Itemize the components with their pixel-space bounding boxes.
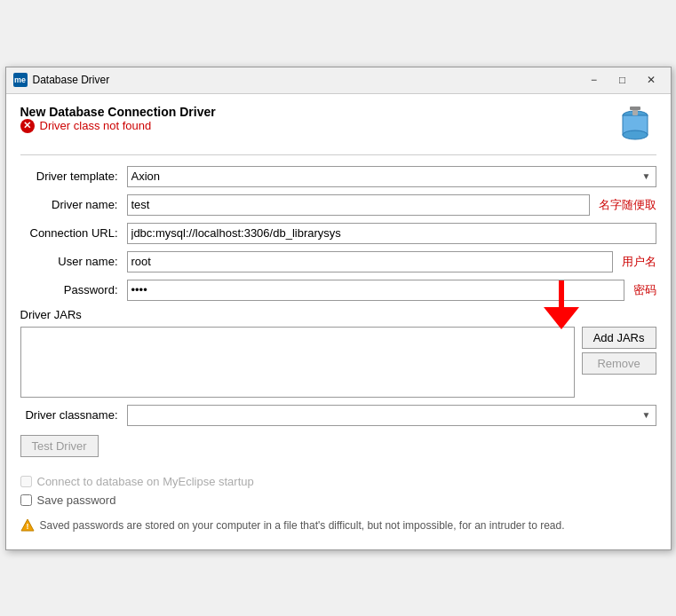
window-title: Database Driver xyxy=(33,74,582,86)
svg-rect-4 xyxy=(630,107,640,110)
error-row: ✕ Driver class not found xyxy=(20,119,216,133)
driver-name-input[interactable] xyxy=(127,194,590,216)
user-name-row: User name: 用户名 xyxy=(20,251,656,272)
close-button[interactable]: ✕ xyxy=(639,71,664,89)
dialog-title-section: New Database Connection Driver ✕ Driver … xyxy=(20,105,216,144)
password-annotation: 密码 xyxy=(633,282,656,298)
dialog-title: New Database Connection Driver xyxy=(20,105,216,119)
dialog-content: New Database Connection Driver ✕ Driver … xyxy=(6,94,671,549)
svg-point-2 xyxy=(623,130,648,139)
test-driver-button[interactable]: Test Driver xyxy=(20,435,99,457)
maximize-button[interactable]: □ xyxy=(610,71,635,89)
remove-button[interactable]: Remove xyxy=(582,352,656,375)
driver-classname-select[interactable] xyxy=(127,405,656,426)
connection-url-label: Connection URL: xyxy=(20,226,127,240)
warning-text: Saved passwords are stored on your compu… xyxy=(40,517,565,533)
connect-startup-checkbox[interactable] xyxy=(20,476,32,487)
user-name-label: User name: xyxy=(20,255,127,268)
window-controls: − □ ✕ xyxy=(582,71,664,89)
driver-template-select[interactable]: Axion xyxy=(127,166,656,187)
driver-template-row: Driver template: Axion ▼ xyxy=(20,166,656,187)
driver-template-label: Driver template: xyxy=(20,170,127,183)
driver-classname-select-wrapper: ▼ xyxy=(127,405,656,426)
test-driver-section: Test Driver xyxy=(20,435,656,466)
save-password-label: Save password xyxy=(37,494,116,507)
titlebar: me Database Driver − □ ✕ xyxy=(6,67,671,94)
arrow-annotation xyxy=(539,280,584,329)
connect-startup-row: Connect to database on MyEclipse startup xyxy=(20,475,656,488)
connect-startup-label: Connect to database on MyEclipse startup xyxy=(37,475,254,488)
dialog-header: New Database Connection Driver ✕ Driver … xyxy=(20,105,656,147)
jars-row: Add JARs Remove xyxy=(20,327,656,398)
connection-url-input[interactable] xyxy=(127,223,656,244)
jars-list[interactable] xyxy=(20,327,575,398)
error-text: Driver class not found xyxy=(40,119,152,132)
jars-buttons: Add JARs Remove xyxy=(582,327,656,375)
driver-name-annotation: 名字随便取 xyxy=(599,197,656,213)
warning-row: ! Saved passwords are stored on your com… xyxy=(20,512,656,539)
svg-marker-6 xyxy=(544,307,579,329)
minimize-button[interactable]: − xyxy=(582,71,607,89)
user-name-input[interactable] xyxy=(127,251,613,272)
add-jars-button[interactable]: Add JARs xyxy=(582,327,656,349)
error-icon: ✕ xyxy=(20,119,35,133)
connection-url-row: Connection URL: xyxy=(20,223,656,244)
svg-text:!: ! xyxy=(26,522,28,531)
driver-classname-row: Driver classname: ▼ xyxy=(20,405,656,426)
app-logo: me xyxy=(13,73,28,87)
jars-container: Add JARs Remove xyxy=(20,327,656,398)
separator xyxy=(20,154,656,155)
driver-name-label: Driver name: xyxy=(20,198,127,211)
database-icon xyxy=(614,105,656,147)
driver-template-select-wrapper: Axion ▼ xyxy=(127,166,656,187)
driver-jars-section: Driver JARs Add JARs Remove xyxy=(20,308,656,398)
driver-classname-label: Driver classname: xyxy=(20,408,127,422)
warning-icon: ! xyxy=(20,518,35,533)
user-name-annotation: 用户名 xyxy=(622,254,656,270)
driver-name-row: Driver name: 名字随便取 xyxy=(20,194,656,216)
save-password-checkbox[interactable] xyxy=(20,494,32,506)
password-label: Password: xyxy=(20,283,127,296)
main-window: me Database Driver − □ ✕ New Database Co… xyxy=(5,67,672,550)
save-password-row: Save password xyxy=(20,494,656,507)
